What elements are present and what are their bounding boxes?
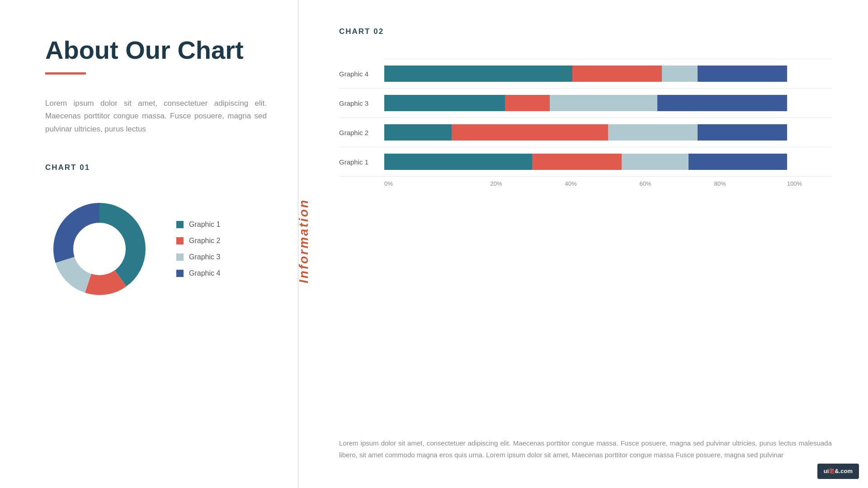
x-tick-60: 60% bbox=[608, 180, 683, 187]
main-title: About Our Chart bbox=[45, 36, 267, 64]
bar-segment-2-3 bbox=[608, 124, 698, 141]
x-tick-100: 100% bbox=[757, 180, 832, 187]
bar-segment-1-4 bbox=[689, 154, 787, 170]
bar-label-4: Graphic 4 bbox=[339, 70, 384, 78]
legend-label-4: Graphic 4 bbox=[189, 269, 220, 277]
x-tick-40: 40% bbox=[533, 180, 608, 187]
legend-item-2: Graphic 2 bbox=[176, 237, 220, 245]
bar-label-3: Graphic 3 bbox=[339, 99, 384, 107]
bar-track-4 bbox=[384, 66, 832, 82]
bar-row-4: Graphic 4 bbox=[339, 59, 832, 89]
bar-segment-1-3 bbox=[622, 154, 689, 170]
bar-label-1: Graphic 1 bbox=[339, 158, 384, 166]
bar-segment-3-1 bbox=[384, 95, 505, 111]
chart02-label: CHART 02 bbox=[339, 27, 832, 36]
legend-color-1 bbox=[176, 221, 184, 228]
bar-segment-4-2 bbox=[572, 66, 662, 82]
bar-track-1 bbox=[384, 154, 832, 170]
x-tick-20: 20% bbox=[459, 180, 533, 187]
x-tick-0: 0% bbox=[384, 180, 459, 187]
legend-label-1: Graphic 1 bbox=[189, 221, 220, 229]
watermark-suffix: 老 bbox=[829, 468, 835, 474]
vertical-info-text: Information bbox=[297, 199, 311, 283]
title-underline bbox=[45, 72, 86, 75]
x-tick-80: 80% bbox=[683, 180, 757, 187]
bar-segment-2-1 bbox=[384, 124, 452, 141]
bar-segment-2-4 bbox=[698, 124, 787, 141]
donut-center bbox=[74, 224, 125, 274]
bar-label-2: Graphic 2 bbox=[339, 129, 384, 136]
bar-segment-3-2 bbox=[505, 95, 550, 111]
bar-track-2 bbox=[384, 124, 832, 141]
intro-text: Lorem ipsum dolor sit amet, consectetuer… bbox=[45, 97, 267, 136]
legend-item-1: Graphic 1 bbox=[176, 221, 220, 229]
bar-segment-4-1 bbox=[384, 66, 572, 82]
left-panel: About Our Chart Lorem ipsum dolor sit am… bbox=[0, 0, 298, 488]
donut-chart-container: Graphic 1 Graphic 2 Graphic 3 Graphic 4 bbox=[45, 195, 267, 303]
x-axis: 0% 20% 40% 60% 80% 100% bbox=[384, 180, 832, 187]
bar-rows: Graphic 4 Graphic 3 bbox=[339, 59, 832, 177]
bar-track-3 bbox=[384, 95, 832, 111]
legend-color-2 bbox=[176, 237, 184, 244]
bar-segment-3-4 bbox=[657, 95, 787, 111]
bar-segment-2-2 bbox=[452, 124, 609, 141]
legend-color-3 bbox=[176, 253, 184, 261]
right-panel: CHART 02 Graphic 4 Graphic 3 bbox=[298, 0, 868, 488]
bar-row-1: Graphic 1 bbox=[339, 147, 832, 177]
donut-chart bbox=[45, 195, 154, 303]
bar-segment-1-1 bbox=[384, 154, 532, 170]
chart01-label: CHART 01 bbox=[45, 163, 267, 172]
legend-item-3: Graphic 3 bbox=[176, 253, 220, 261]
watermark: ui老&.com bbox=[817, 464, 859, 479]
bar-segment-1-2 bbox=[532, 154, 622, 170]
bar-segment-4-4 bbox=[698, 66, 787, 82]
bar-row-2: Graphic 2 bbox=[339, 118, 832, 147]
legend-color-4 bbox=[176, 270, 184, 277]
bar-segment-3-3 bbox=[550, 95, 657, 111]
legend-label-3: Graphic 3 bbox=[189, 253, 220, 261]
chart02-description: Lorem ipsum dolor sit amet, consectetuer… bbox=[339, 437, 832, 461]
vertical-text-wrapper: Information bbox=[297, 199, 311, 285]
bar-row-3: Graphic 3 bbox=[339, 89, 832, 118]
bar-chart-area: Graphic 4 Graphic 3 bbox=[339, 59, 832, 428]
bar-segment-4-3 bbox=[662, 66, 698, 82]
chart-legend: Graphic 1 Graphic 2 Graphic 3 Graphic 4 bbox=[176, 221, 220, 277]
legend-item-4: Graphic 4 bbox=[176, 269, 220, 277]
legend-label-2: Graphic 2 bbox=[189, 237, 220, 245]
